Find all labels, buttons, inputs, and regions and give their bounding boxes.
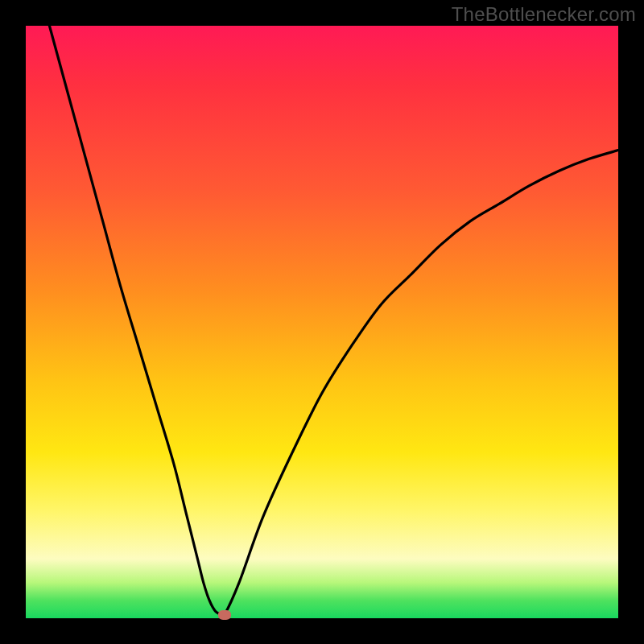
curve-svg (26, 26, 618, 618)
optimal-point-marker (218, 610, 231, 620)
chart-frame: TheBottlenecker.com (0, 0, 644, 644)
watermark-text: TheBottlenecker.com (452, 3, 636, 26)
plot-area (26, 26, 618, 618)
bottleneck-curve (49, 26, 618, 617)
